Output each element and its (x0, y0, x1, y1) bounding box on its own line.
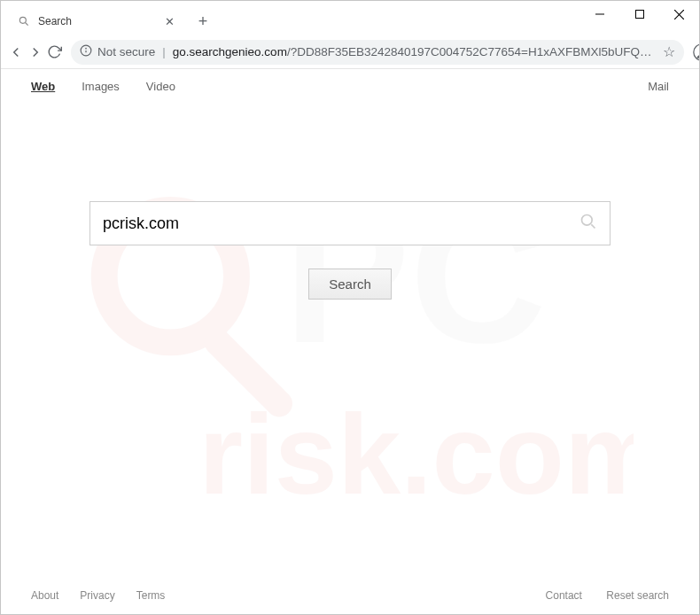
nav-images[interactable]: Images (82, 80, 120, 93)
search-input[interactable] (103, 214, 579, 233)
magnifier-icon (17, 14, 31, 28)
top-nav: Web Images Video Mail (1, 69, 699, 104)
search-button[interactable]: Search (308, 269, 392, 300)
nav-mail[interactable]: Mail (648, 80, 669, 93)
svg-rect-12 (199, 323, 299, 423)
close-window-button[interactable] (659, 1, 699, 27)
forward-button[interactable] (27, 40, 43, 65)
svg-point-15 (582, 215, 593, 226)
nav-web[interactable]: Web (31, 80, 55, 93)
close-icon[interactable]: ✕ (162, 14, 176, 28)
new-tab-button[interactable]: + (191, 9, 215, 34)
svg-point-0 (19, 17, 26, 23)
footer-about[interactable]: About (31, 589, 58, 602)
browser-toolbar: Not secure | go.searchgenieo.com/?DD88F3… (1, 35, 699, 69)
bookmark-star-icon[interactable]: ☆ (663, 43, 675, 60)
footer-contact[interactable]: Contact (546, 589, 582, 602)
svg-text:risk.com: risk.com (198, 391, 634, 518)
watermark: PC risk.com (1, 69, 699, 615)
url-text: go.searchgenieo.com/?DD88F35EB3242840197… (173, 45, 657, 58)
profile-button[interactable] (693, 40, 700, 65)
tab-title: Search (38, 15, 72, 27)
footer-reset-search[interactable]: Reset search (606, 589, 669, 602)
page-content: PC risk.com Web Images Video Mail Search… (1, 69, 699, 615)
window-titlebar: Search ✕ + (1, 1, 699, 35)
reload-button[interactable] (47, 40, 62, 65)
footer-terms[interactable]: Terms (136, 589, 166, 602)
magnifier-icon[interactable] (579, 213, 597, 234)
security-status[interactable]: Not secure (80, 44, 155, 59)
svg-line-16 (591, 224, 595, 228)
separator: | (162, 45, 166, 58)
browser-tab[interactable]: Search ✕ (8, 7, 185, 35)
maximize-button[interactable] (619, 1, 659, 27)
nav-video[interactable]: Video (146, 80, 175, 93)
address-bar[interactable]: Not secure | go.searchgenieo.com/?DD88F3… (71, 40, 684, 65)
search-box (89, 201, 611, 245)
security-label: Not secure (97, 45, 155, 58)
footer: About Privacy Terms Contact Reset search (1, 575, 699, 615)
back-button[interactable] (8, 40, 24, 65)
svg-line-1 (26, 23, 28, 26)
svg-rect-3 (635, 11, 643, 19)
minimize-button[interactable] (579, 1, 619, 27)
svg-point-8 (86, 48, 87, 49)
footer-privacy[interactable]: Privacy (80, 589, 114, 602)
info-icon (80, 44, 92, 59)
search-area: Search (89, 201, 611, 300)
